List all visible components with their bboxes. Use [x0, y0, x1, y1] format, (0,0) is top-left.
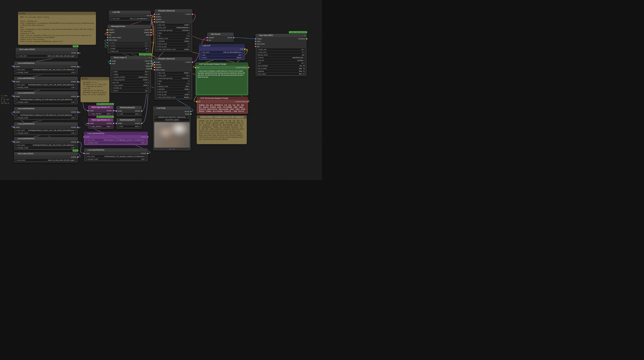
slot-dot[interactable] — [255, 38, 256, 39]
slot-dot[interactable] — [14, 127, 15, 128]
widget-scheduler[interactable]: ◀schedulersimple▶ — [156, 88, 191, 90]
node-title-bar[interactable]: LoraLoaderModelOnly — [84, 148, 148, 152]
output-slot-IMAGE[interactable]: IMAGE — [184, 111, 192, 112]
increment-arrow-icon[interactable]: ▶ — [139, 126, 140, 127]
node-lora4[interactable]: LoraLoaderModelOnlymodelMODEL◀WAN\helper… — [14, 107, 78, 120]
increment-arrow-icon[interactable]: ▶ — [75, 84, 76, 85]
input-slot-model[interactable]: model — [87, 110, 94, 111]
output-slot-MODEL[interactable]: MODEL — [71, 156, 78, 158]
node-title-bar[interactable]: Patch Sage Attention KJ? — [88, 118, 114, 121]
decrement-arrow-icon[interactable]: ◀ — [201, 54, 202, 56]
decrement-arrow-icon[interactable]: ◀ — [110, 48, 110, 49]
increment-arrow-icon[interactable]: ▶ — [148, 18, 148, 19]
node-title-bar[interactable]: Unet Loader (GGUF) — [16, 48, 78, 51]
widget-strength_model[interactable]: ◀strength_model2.00▶ — [85, 141, 146, 144]
node-title-bar[interactable]: Load CLIP — [199, 44, 245, 47]
increment-arrow-icon[interactable]: ▶ — [189, 75, 190, 76]
widget-save_metadata[interactable]: save_metadatatrue — [257, 64, 306, 67]
increment-arrow-icon[interactable]: ▶ — [148, 74, 149, 75]
widget-pad_color[interactable]: pad_color0, 0, 0 — [112, 81, 150, 83]
widget-scheduler[interactable]: ◀schedulersimple▶ — [156, 40, 191, 42]
decrement-arrow-icon[interactable]: ◀ — [118, 113, 120, 115]
node-title-bar[interactable]: Load Image — [153, 106, 191, 110]
increment-arrow-icon[interactable]: ▶ — [189, 88, 190, 90]
node-ks1[interactable]: KSampler (Advanced)modelLATENTpositivene… — [154, 9, 192, 52]
output-slot-CLIP[interactable]: CLIP — [240, 48, 246, 50]
slot-dot[interactable] — [255, 41, 256, 42]
input-slot-positive[interactable]: positive — [154, 64, 161, 66]
widget-sampler_name[interactable]: ◀sampler_nameeuler▶ — [156, 85, 191, 87]
increment-arrow-icon[interactable]: ▶ — [148, 85, 149, 86]
node-unet1[interactable]: GGUFUnet Loader (GGUF)MODEL◀unet_namewan… — [16, 48, 78, 58]
widget-crf[interactable]: ◀crf15▶ — [257, 62, 306, 64]
node-loralow[interactable]: LoraLoaderModelOnlymodelMODEL◀lora_nameW… — [84, 148, 148, 162]
node-title-bar[interactable]: LoraLoaderModelOnly — [14, 137, 78, 140]
node-title-bar[interactable]: Default Full Neg + translation (referenc… — [197, 115, 247, 119]
output-slot-mask[interactable]: mask — [146, 68, 152, 69]
decrement-arrow-icon[interactable]: ◀ — [16, 117, 17, 118]
input-slot-start_image[interactable]: start_image — [107, 39, 117, 41]
widget-vae_name[interactable]: ◀vae_namewan_2.1_vae.safetensors▶ — [110, 17, 150, 20]
node-title-bar[interactable]: VAE Decode — [207, 32, 234, 36]
widget-upscale_method[interactable]: ◀upscale_methodnearest-exact▶ — [112, 76, 150, 78]
widget-lora_name[interactable]: ◀lora_nameWAN\helpers\Wan21_PusaV1_LoRA_… — [15, 83, 77, 86]
slot-dot[interactable] — [306, 38, 308, 39]
increment-arrow-icon[interactable]: ▶ — [189, 43, 190, 44]
increment-arrow-icon[interactable]: ▶ — [304, 62, 304, 64]
decrement-arrow-icon[interactable]: ◀ — [86, 158, 87, 160]
widget-lora_name[interactable]: ◀lora_nameWAN\helpers\Phantom_Wan_14B_Fu… — [15, 68, 77, 71]
widget-sage_attention[interactable]: ◀sage_attentionauto▶ — [89, 125, 112, 127]
input-slot-model[interactable]: model — [116, 110, 122, 112]
decrement-arrow-icon[interactable]: ◀ — [111, 18, 112, 19]
decrement-arrow-icon[interactable]: ◀ — [155, 116, 156, 118]
slot-dot[interactable] — [107, 42, 108, 44]
increment-arrow-icon[interactable]: ▶ — [75, 101, 76, 103]
decrement-arrow-icon[interactable]: ◀ — [157, 78, 158, 79]
input-slot-model[interactable]: model — [14, 111, 20, 113]
output-slot-LATENT[interactable]: LATENT — [185, 61, 193, 63]
widget-cfg[interactable]: ◀cfg1.0▶ — [156, 82, 191, 85]
widget-save_output[interactable]: save_outputfalse — [257, 73, 306, 75]
node-title-bar[interactable]: WanImageToVideo — [108, 25, 151, 28]
slot-dot[interactable] — [150, 34, 152, 35]
collapse-dot[interactable] — [110, 11, 112, 13]
input-slot-image[interactable]: image — [110, 60, 116, 62]
slot-dot[interactable] — [113, 123, 114, 124]
decrement-arrow-icon[interactable]: ◀ — [110, 45, 110, 46]
widget-format[interactable]: ◀formatvideo/h264-mp4▶ — [257, 56, 306, 59]
decrement-arrow-icon[interactable]: ◀ — [157, 35, 158, 36]
increment-arrow-icon[interactable]: ▶ — [148, 87, 149, 89]
decrement-arrow-icon[interactable]: ◀ — [258, 49, 258, 50]
decrement-arrow-icon[interactable]: ◀ — [258, 60, 258, 61]
widget-end_at_step[interactable]: ◀end_at_step10000▶ — [156, 93, 191, 96]
decrement-arrow-icon[interactable]: ◀ — [110, 42, 110, 44]
widget-value[interactable]: ◀WAN\helpers\Wan2.2-Lightning_I2V-A14B-4… — [15, 98, 77, 100]
increment-arrow-icon[interactable]: ▶ — [148, 76, 149, 78]
widget-unet_name[interactable]: ◀unet_namewan2.2_i2v_high_noise_14B_Q8_0… — [17, 55, 77, 57]
collapse-dot[interactable] — [257, 34, 258, 36]
decrement-arrow-icon[interactable]: ◀ — [157, 72, 158, 73]
increment-arrow-icon[interactable]: ▶ — [145, 142, 146, 143]
node-psa1[interactable]: [BETA] comfyui-kjnodesPatch Sage Attenti… — [88, 105, 114, 116]
slot-dot[interactable] — [107, 32, 108, 33]
slot-dot[interactable] — [190, 113, 192, 115]
decrement-arrow-icon[interactable]: ◀ — [201, 57, 202, 58]
slot-dot[interactable] — [116, 110, 117, 112]
decrement-arrow-icon[interactable]: ◀ — [90, 113, 91, 114]
widget-value[interactable]: ◀92865295.mp4-2025-08-07-14h00m24s8...▶ — [154, 116, 190, 118]
node-pos[interactable]: CLIP Text Encode (Positive Prompt)clipCO… — [196, 62, 248, 96]
increment-arrow-icon[interactable]: ▶ — [75, 55, 76, 57]
slot-dot[interactable] — [77, 66, 78, 67]
collapse-dot[interactable] — [208, 33, 210, 35]
prompt-text[interactable]: A nude woman is kneeling in a public bat… — [197, 69, 247, 94]
slot-dot[interactable] — [77, 111, 78, 113]
input-slot-audio[interactable]: audio — [255, 40, 260, 42]
node-wan[interactable]: WanImageToVideopositivepositivenegativen… — [108, 24, 151, 54]
increment-arrow-icon[interactable]: ▶ — [304, 57, 304, 58]
increment-arrow-icon[interactable]: ▶ — [189, 97, 190, 98]
output-slot-MASK[interactable]: MASK — [185, 113, 192, 115]
increment-arrow-icon[interactable]: ▶ — [75, 132, 76, 134]
node-title-bar[interactable]: LoraLoaderModelOnly — [84, 132, 148, 135]
output-slot-MODEL[interactable]: MODEL — [135, 110, 142, 112]
increment-arrow-icon[interactable]: ▶ — [189, 40, 190, 42]
